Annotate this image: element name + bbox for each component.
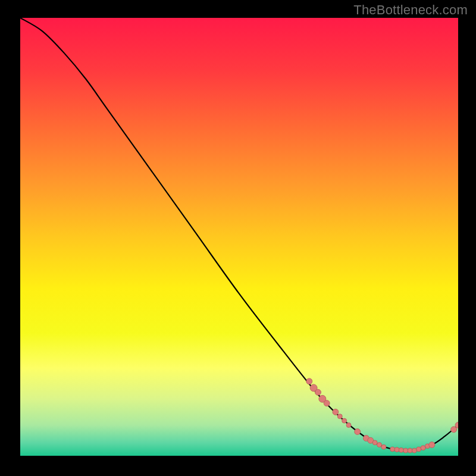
data-marker <box>337 414 342 419</box>
data-marker <box>377 443 382 447</box>
data-marker <box>412 448 416 453</box>
data-marker <box>399 447 403 452</box>
data-marker <box>324 400 330 406</box>
data-marker <box>390 447 395 452</box>
data-marker <box>408 448 412 453</box>
data-marker <box>416 447 421 452</box>
data-marker <box>355 429 361 435</box>
chart-svg <box>20 18 458 456</box>
data-marker <box>394 447 399 452</box>
data-marker <box>429 442 435 448</box>
data-marker <box>372 440 377 445</box>
data-marker <box>346 422 351 427</box>
gradient-background <box>20 18 458 456</box>
data-marker <box>381 444 386 449</box>
data-marker <box>342 418 347 423</box>
data-marker <box>421 446 425 450</box>
data-marker <box>315 389 321 395</box>
watermark-text: TheBottleneck.com <box>353 2 468 18</box>
data-marker <box>306 378 312 384</box>
chart-container: TheBottleneck.com <box>0 0 476 476</box>
data-marker <box>403 448 408 453</box>
data-marker <box>451 427 457 433</box>
data-marker <box>333 409 339 415</box>
plot-area <box>20 18 458 456</box>
